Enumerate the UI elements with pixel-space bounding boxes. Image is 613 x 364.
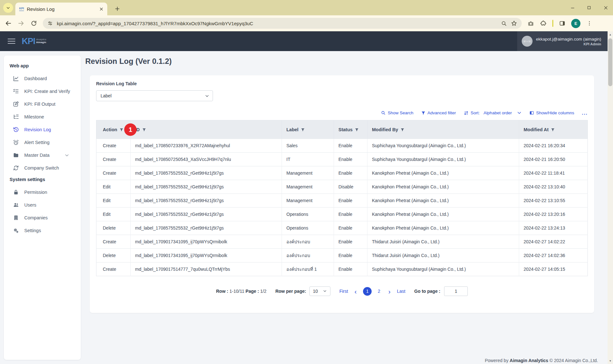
sidebar-item-milestone[interactable]: Milestone	[4, 110, 81, 123]
side-panel-icon[interactable]	[558, 19, 566, 27]
table-cell: Suphichaya Youngsubtargul (Aimagin Co., …	[367, 153, 519, 166]
sidebar-item-kpi-fill-output[interactable]: KPI: Fill Output	[4, 98, 81, 110]
column-header-modified-by[interactable]: Modified By	[367, 120, 519, 139]
rows-per-page-select[interactable]: 10	[310, 287, 330, 296]
browser-menu-kebab-icon[interactable]	[586, 19, 593, 27]
more-options-button[interactable]: ...	[582, 110, 588, 116]
table-header-row: Action1IDLabelStatusModified ByModified …	[96, 120, 588, 139]
site-settings-icon[interactable]	[47, 20, 53, 26]
sidebar-item-revision-log[interactable]: Revision Log	[4, 123, 81, 136]
reload-icon[interactable]	[30, 19, 38, 27]
show-search-button[interactable]: Show Search	[381, 110, 413, 115]
sort-value[interactable]: Alphabet order	[484, 110, 512, 115]
sidebar-item-company-switch[interactable]: Company Switch	[4, 162, 81, 174]
minimize-icon[interactable]	[568, 3, 577, 12]
address-bar[interactable]: kpi.aimagin.com/?_appId=app_170427737983…	[43, 18, 522, 29]
show-hide-columns-button[interactable]: Show/Hide columns	[529, 110, 574, 115]
close-icon[interactable]	[601, 3, 610, 12]
browser-tab[interactable]: KPI Revision Log	[15, 3, 107, 15]
gears-icon	[13, 227, 19, 234]
previous-page-icon[interactable]: ‹	[354, 288, 357, 295]
sort-control[interactable]: Sort: Alphabet order	[464, 110, 522, 116]
sidebar-item-companies[interactable]: Companies	[4, 211, 81, 224]
show-hide-columns-label: Show/Hide columns	[536, 110, 574, 115]
filter-funnel-icon[interactable]	[400, 128, 405, 132]
page-scrollbar[interactable]: ▲ ▼	[608, 31, 613, 364]
table-cell: Enable	[334, 208, 367, 221]
chevron-down-icon[interactable]	[64, 153, 69, 158]
table-row: Createmd_label_1709017341095_ij70pWYsQrm…	[96, 235, 588, 249]
column-header-id[interactable]: ID	[131, 120, 282, 139]
kpi-logo[interactable]: KPI Analytics Aimagin	[22, 36, 46, 46]
page-button-2[interactable]: 2	[376, 289, 382, 294]
rows-per-page: Row per page: 10	[275, 286, 330, 296]
forward-icon[interactable]	[17, 19, 25, 27]
table-cell: 2024-02-22 11:18:41	[519, 166, 588, 180]
filter-funnel-icon[interactable]	[355, 128, 359, 132]
table-cell: Suphichaya Youngsubtargul (Aimagin Co., …	[367, 139, 519, 153]
advanced-filter-label: Advanced filter	[428, 110, 456, 115]
zoom-icon[interactable]	[501, 20, 507, 27]
page-button-1[interactable]: 1	[363, 287, 372, 296]
last-page-button[interactable]: Last	[397, 289, 405, 294]
checklist-icon	[13, 88, 19, 95]
back-icon[interactable]	[4, 19, 12, 27]
sidebar-item-alert-setting[interactable]: Alert Setting	[4, 136, 81, 149]
scrollbar-thumb[interactable]	[608, 38, 612, 86]
extensions-puzzle-icon[interactable]	[540, 19, 547, 27]
user-menu[interactable]: 32 x 32 ekkapot.j@aimagin.com (aimagin) …	[517, 31, 608, 51]
table-body: Createmd_label_1708507233976_X2R72AMajne…	[96, 139, 588, 276]
tab-close-icon[interactable]	[99, 7, 103, 11]
hamburger-menu-icon[interactable]	[8, 39, 15, 44]
advanced-filter-button[interactable]: Advanced filter	[421, 110, 456, 115]
pagination: Row : 1-10/11 Page : 1/2 Row per page: 1…	[96, 286, 588, 296]
table-select[interactable]: Label	[96, 91, 213, 101]
table-cell: Enable	[334, 166, 367, 180]
screenshot-camera-icon[interactable]	[527, 19, 534, 27]
sidebar-section-heading: System settings	[4, 174, 81, 186]
folder-icon	[13, 152, 19, 158]
sidebar-item-settings[interactable]: Settings	[4, 224, 81, 237]
sidebar-item-label: KPI: Fill Output	[24, 102, 56, 107]
sidebar-item-label: Milestone	[24, 114, 44, 119]
filter-funnel-icon[interactable]	[142, 128, 146, 132]
table-row: Createmd_label_1709017514777_7qu0wuLQTrr…	[96, 262, 588, 276]
table-cell: องค์ประกอบ	[282, 249, 334, 262]
sidebar-item-permission[interactable]: Permission	[4, 186, 81, 199]
filter-funnel-icon[interactable]	[551, 128, 555, 132]
bookmark-star-icon[interactable]	[511, 20, 517, 27]
first-page-button[interactable]: First	[339, 289, 348, 294]
column-header-label[interactable]: Label	[282, 120, 334, 139]
sidebar-item-kpi-create-and-verify[interactable]: KPI: Create and Verify	[4, 85, 81, 98]
sidebar-item-master-data[interactable]: Master Data	[4, 149, 81, 162]
sidebar-item-users[interactable]: Users	[4, 199, 81, 211]
filter-funnel-icon[interactable]	[119, 128, 124, 132]
filter-funnel-icon[interactable]	[301, 128, 305, 132]
scroll-down-icon[interactable]: ▼	[608, 358, 613, 363]
sidebar-item-label: Master Data	[24, 153, 49, 158]
goto-page-label: Go to page :	[414, 289, 441, 294]
table-cell: md_label_1708575525532_rGet9tHiz1j5t7gs	[131, 221, 282, 235]
table-cell: Management	[282, 166, 334, 180]
table-cell: Enable	[334, 249, 367, 262]
tab-search-button[interactable]	[3, 3, 13, 13]
goto-page-input[interactable]	[444, 286, 468, 296]
column-header-status[interactable]: Status	[334, 120, 367, 139]
revision-log-table: Action1IDLabelStatusModified ByModified …	[96, 120, 588, 276]
chevron-down-icon[interactable]	[517, 110, 522, 115]
maximize-icon[interactable]	[584, 3, 594, 12]
column-header-label: Status	[338, 127, 352, 132]
new-tab-button[interactable]	[112, 4, 122, 13]
column-header-label: Action	[103, 127, 117, 132]
column-header-modified-at[interactable]: Modified At	[519, 120, 588, 139]
column-header-action[interactable]: Action1	[96, 120, 131, 139]
sidebar-item-dashboard[interactable]: Dashboard	[4, 72, 81, 85]
table-cell: 2024-02-22 13:10:40	[519, 180, 588, 194]
scroll-up-icon[interactable]: ▲	[608, 32, 613, 37]
url-text[interactable]: kpi.aimagin.com/?_appId=app_170427737983…	[57, 21, 497, 26]
next-page-icon[interactable]: ›	[388, 288, 391, 295]
table-cell: 2024-02-21 16:20:34	[519, 139, 588, 153]
browser-profile-avatar[interactable]: E	[571, 19, 580, 28]
table-cell: Enable	[334, 235, 367, 249]
table-row: Createmd_label_1708507250543_XaSVccJH9H7…	[96, 153, 588, 166]
